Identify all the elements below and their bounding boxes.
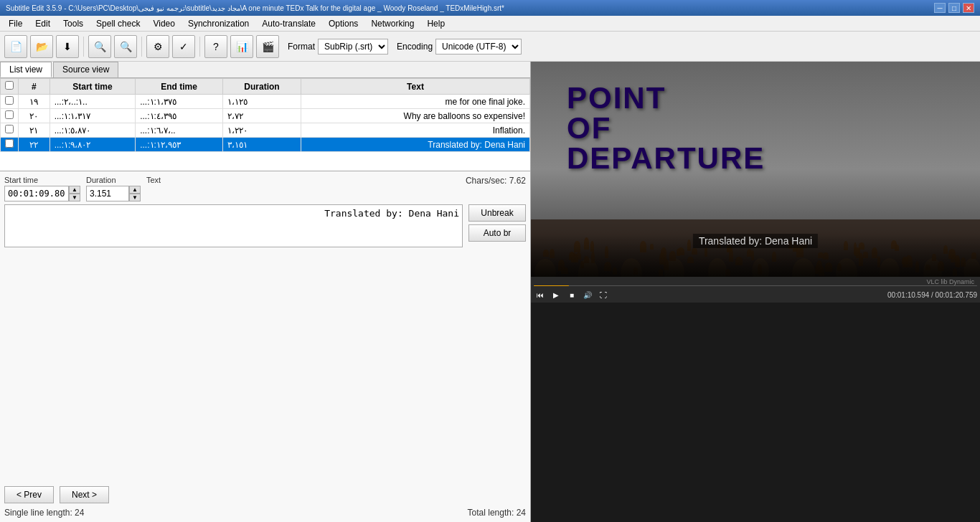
subtitle-table: # Start time End time Duration Text ١٩ .… — [0, 78, 530, 171]
next-button[interactable]: Next > — [60, 486, 109, 503]
progress-bar[interactable] — [534, 285, 977, 286]
help-button[interactable]: ? — [204, 35, 227, 58]
subtitle-textarea[interactable] — [4, 204, 463, 247]
video-title-line2: OF — [567, 113, 765, 143]
row-text: .Inflation — [301, 123, 530, 138]
format-select[interactable]: SubRip (.srt) — [318, 39, 388, 54]
new-button[interactable]: 📄 — [4, 35, 27, 58]
col-end: End time — [136, 79, 223, 95]
start-time-down[interactable]: ▼ — [69, 194, 80, 201]
menu-item-file[interactable]: File — [3, 17, 28, 30]
start-time-up[interactable]: ▲ — [69, 186, 80, 194]
nav-buttons: < Prev Next > — [4, 486, 526, 503]
row-duration: ١،١٢٥ — [223, 95, 301, 109]
duration-up[interactable]: ▲ — [129, 186, 141, 194]
menu-item-tools[interactable]: Tools — [57, 17, 89, 30]
video-title-line1: POINT — [567, 83, 765, 113]
vlc-controls: VLC lib Dynamic ⏮ ▶ ■ 🔊 ⛶ 00:01:10.594 /… — [531, 277, 980, 303]
check-button[interactable]: ✓ — [172, 35, 195, 58]
menu-item-synchronization[interactable]: Synchronization — [182, 17, 255, 30]
prev-button[interactable]: < Prev — [4, 486, 54, 503]
video-title-overlay: POINT OF DEPARTURE — [567, 83, 765, 174]
row-num: ١٩ — [19, 95, 50, 109]
table-row[interactable]: ٢١ ...:١:٥،٨٧٠ ...:١:٦،٧،.. ١،٢٢٠ .Infla… — [1, 123, 530, 138]
left-panel: List view Source view # Start time End t… — [0, 62, 531, 522]
menu-item-networking[interactable]: Networking — [365, 17, 420, 30]
row-text: !Why are balloons so expensive — [301, 109, 530, 123]
toolbar: 📄 📂 ⬇ 🔍 🔍 ⚙ ✓ ? 📊 🎬 Format SubRip (.srt)… — [0, 32, 980, 62]
row-end: ...:١:١٢،٩٥٣ — [136, 138, 223, 152]
table-row[interactable]: ٢٢ ...:١:٩،٨٠٢ ...:١:١٢،٩٥٣ ٣،١٥١ Transl… — [1, 138, 530, 152]
vlc-fullscreen[interactable]: ⛶ — [597, 288, 610, 301]
auto-br-button[interactable]: Auto br — [468, 224, 526, 242]
edit-area: Start time ▲ ▼ Duration ▲ — [0, 171, 530, 522]
minimize-button[interactable]: ─ — [934, 3, 946, 13]
zoom-in-button[interactable]: 🔍 — [88, 35, 111, 58]
maximize-button[interactable]: □ — [948, 3, 960, 13]
menu-item-help[interactable]: Help — [421, 17, 451, 30]
menu-item-video[interactable]: Video — [147, 17, 180, 30]
start-time-input-group: ▲ ▼ — [4, 186, 80, 201]
titlebar-title: Subtitle Edit 3.5.9 - C:\Users\PC\Deskto… — [6, 4, 504, 12]
close-button[interactable]: ✕ — [963, 3, 974, 13]
vlc-stop[interactable]: ■ — [565, 288, 578, 301]
toolbar-sep3 — [199, 37, 200, 57]
row-checkbox — [1, 123, 19, 138]
format-label: Format — [288, 42, 315, 52]
single-line-length: Single line length: 24 — [4, 508, 84, 518]
row-end: ...:١:٤،٣٩٥ — [136, 109, 223, 123]
row-text: Translated by: Dena Hani — [301, 138, 530, 152]
row-checkbox — [1, 138, 19, 152]
table-row[interactable]: ٢٠ ...:١:١،٣١٧ ...:١:٤،٣٩٥ ٢،٧٢ !Why are… — [1, 109, 530, 123]
edit-row1: Start time ▲ ▼ Duration ▲ — [4, 176, 526, 201]
menubar: FileEditToolsSpell checkVideoSynchroniza… — [0, 16, 980, 32]
vlc-button-row: ⏮ ▶ ■ 🔊 ⛶ 00:01:10.594 / 00:01:20.759 — [534, 288, 977, 301]
vlc-play[interactable]: ▶ — [550, 288, 562, 301]
menu-item-edit[interactable]: Edit — [29, 17, 56, 30]
row-duration: ١،٢٢٠ — [223, 123, 301, 138]
titlebar-controls: ─ □ ✕ — [934, 3, 974, 13]
main-layout: List view Source view # Start time End t… — [0, 62, 980, 522]
start-time-label: Start time — [4, 176, 80, 184]
duration-label: Duration — [86, 176, 141, 184]
menu-item-options[interactable]: Options — [323, 17, 364, 30]
video-button[interactable]: 🎬 — [256, 35, 279, 58]
col-num: # — [19, 79, 50, 95]
video-crowd-overlay — [531, 234, 980, 277]
settings-button[interactable]: ⚙ — [146, 35, 169, 58]
right-panel: POINT OF DEPARTURE Translated by: Dena H… — [531, 62, 980, 522]
menu-item-spell-check[interactable]: Spell check — [90, 17, 146, 30]
row-end: ...:١:١،٣٧٥ — [136, 95, 223, 109]
encoding-select[interactable]: Unicode (UTF-8) — [435, 39, 522, 54]
row-checkbox — [1, 109, 19, 123]
row-num: ٢٠ — [19, 109, 50, 123]
duration-down[interactable]: ▼ — [129, 194, 141, 201]
row-start: ...:١:..،٢.. — [50, 95, 136, 109]
open-button[interactable]: 📂 — [30, 35, 53, 58]
menu-item-auto-translate[interactable]: Auto-translate — [256, 17, 321, 30]
duration-input[interactable] — [86, 186, 129, 201]
vlc-volume[interactable]: 🔊 — [581, 288, 594, 301]
text-label: Text — [146, 176, 460, 184]
video-title-line3: DEPARTURE — [567, 143, 765, 174]
zoom-out-button[interactable]: 🔍 — [114, 35, 137, 58]
download-button[interactable]: ⬇ — [56, 35, 79, 58]
vlc-time: 00:01:10.594 / 00:01:20.759 — [887, 291, 977, 299]
col-start: Start time — [50, 79, 136, 95]
start-time-input[interactable] — [4, 186, 69, 201]
vlc-total-time: 00:01:20.759 — [936, 291, 977, 299]
text-label-group: Text — [146, 176, 460, 184]
encoding-label: Encoding — [397, 42, 433, 52]
tab-source-view[interactable]: Source view — [53, 62, 118, 77]
total-length: Total length: 24 — [468, 508, 526, 518]
tab-list-view[interactable]: List view — [0, 62, 52, 77]
action-buttons: Unbreak Auto br — [468, 204, 526, 483]
waveform-button[interactable]: 📊 — [230, 35, 253, 58]
col-checkbox — [1, 79, 19, 95]
toolbar-sep2 — [141, 37, 142, 57]
vlc-current-time: 00:01:10.594 — [887, 291, 929, 299]
titlebar: Subtitle Edit 3.5.9 - C:\Users\PC\Deskto… — [0, 0, 980, 16]
vlc-rewind[interactable]: ⏮ — [534, 288, 547, 301]
table-row[interactable]: ١٩ ...:١:..،٢.. ...:١:١،٣٧٥ ١،١٢٥ .me fo… — [1, 95, 530, 109]
unbreak-button[interactable]: Unbreak — [468, 204, 526, 222]
